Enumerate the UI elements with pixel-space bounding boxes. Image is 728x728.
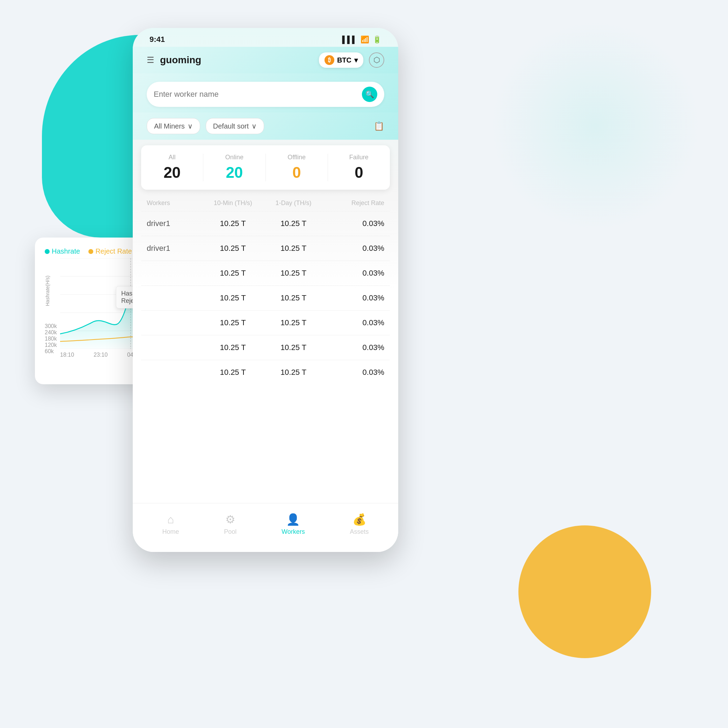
col-header-reject: Reject Rate [324, 199, 384, 207]
workers-table: Workers 10-Min (TH/s) 1-Day (TH/s) Rejec… [133, 195, 398, 385]
status-bar: 9:41 ▌▌▌ 📶 🔋 [133, 28, 398, 47]
table-row[interactable]: 10.25 T 10.25 T 0.03% [141, 335, 390, 360]
miners-filter-arrow: ∨ [188, 122, 193, 130]
stat-all-value: 20 [141, 164, 203, 181]
reject-label: Reject Rate [95, 247, 132, 255]
header-left: ☰ guoming [147, 55, 201, 66]
val-1day: 10.25 T [263, 368, 323, 377]
col-header-1day: 1-Day (TH/s) [263, 199, 323, 207]
worker-name: driver1 [147, 244, 203, 253]
stat-online-value: 20 [203, 164, 265, 181]
miners-filter[interactable]: All Miners ∨ [147, 118, 200, 134]
val-reject: 0.03% [324, 318, 384, 327]
val-10min: 10.25 T [203, 368, 263, 377]
yellow-bg-shape [518, 525, 651, 658]
app-header: ☰ guoming ₿ BTC ▾ ⬡ [133, 47, 398, 73]
home-label: Home [162, 528, 179, 535]
nav-workers[interactable]: 👤 Workers [281, 513, 305, 535]
sort-filter-label: Default sort [213, 122, 249, 130]
header-right: ₿ BTC ▾ ⬡ [319, 52, 384, 68]
val-1day: 10.25 T [263, 269, 323, 278]
blur-bg [491, 21, 700, 231]
assets-icon: 💰 [352, 513, 366, 526]
username-label: guoming [160, 55, 201, 66]
hashrate-dot [45, 249, 50, 254]
home-icon: ⌂ [167, 513, 174, 526]
stat-failure-label: Failure [328, 154, 390, 161]
nav-home[interactable]: ⌂ Home [162, 513, 179, 535]
main-phone: 9:41 ▌▌▌ 📶 🔋 ☰ guoming ₿ BTC ▾ ⬡ [133, 28, 398, 552]
worker-name: driver1 [147, 219, 203, 228]
btc-icon: ₿ [324, 55, 334, 65]
btc-label: BTC [337, 56, 352, 64]
y-axis-left: Hashrate(H/s) 300k 240k 180k 120k 60k [45, 258, 60, 363]
stat-offline: Offline 0 [266, 154, 328, 181]
table-header-row: Workers 10-Min (TH/s) 1-Day (TH/s) Rejec… [141, 195, 390, 211]
val-1day: 10.25 T [263, 294, 323, 303]
val-reject: 0.03% [324, 219, 384, 228]
val-reject: 0.03% [324, 244, 384, 253]
table-row[interactable]: 10.25 T 10.25 T 0.03% [141, 285, 390, 310]
val-1day: 10.25 T [263, 244, 323, 253]
scene: Hashrate Reject Rate Hashrate(H/s) 300k … [0, 0, 728, 728]
table-row[interactable]: driver1 10.25 T 10.25 T 0.03% [141, 211, 390, 236]
val-reject: 0.03% [324, 343, 384, 352]
stat-failure-value: 0 [328, 164, 390, 181]
table-row[interactable]: 10.25 T 10.25 T 0.03% [141, 261, 390, 285]
col-header-10min: 10-Min (TH/s) [203, 199, 263, 207]
stats-row: All 20 Online 20 Offline 0 Failure 0 [141, 145, 390, 190]
reject-dot [89, 249, 93, 254]
status-icons: ▌▌▌ 📶 🔋 [342, 35, 381, 44]
legend-hashrate: Hashrate [45, 247, 80, 255]
stat-offline-label: Offline [266, 154, 328, 161]
nav-pool[interactable]: ⚙ Pool [224, 513, 237, 535]
val-10min: 10.25 T [203, 244, 263, 253]
time-display: 9:41 [150, 35, 165, 44]
signal-icon: ▌▌▌ [342, 36, 357, 44]
search-button[interactable]: 🔍 [362, 87, 377, 102]
val-10min: 10.25 T [203, 294, 263, 303]
search-bar: 🔍 [147, 82, 384, 107]
stat-all: All 20 [141, 154, 203, 181]
table-row[interactable]: driver1 10.25 T 10.25 T 0.03% [141, 236, 390, 261]
val-reject: 0.03% [324, 368, 384, 377]
val-1day: 10.25 T [263, 343, 323, 352]
btc-selector[interactable]: ₿ BTC ▾ [319, 52, 363, 68]
val-reject: 0.03% [324, 269, 384, 278]
val-1day: 10.25 T [263, 318, 323, 327]
assets-label: Assets [350, 528, 369, 535]
table-row[interactable]: 10.25 T 10.25 T 0.03% [141, 360, 390, 385]
stat-online-label: Online [203, 154, 265, 161]
edit-filter-icon[interactable]: 📋 [374, 121, 384, 131]
legend-reject: Reject Rate [89, 247, 132, 255]
workers-icon: 👤 [286, 513, 300, 526]
miners-filter-label: All Miners [154, 122, 185, 130]
y-left-title: Hashrate(H/s) [45, 258, 60, 323]
filter-section: All Miners ∨ Default sort ∨ 📋 [133, 113, 398, 140]
workers-label: Workers [281, 528, 305, 535]
btc-arrow: ▾ [354, 56, 358, 64]
hashrate-label: Hashrate [52, 247, 80, 255]
nav-assets[interactable]: 💰 Assets [350, 513, 369, 535]
search-input[interactable] [154, 90, 358, 99]
val-10min: 10.25 T [203, 318, 263, 327]
settings-symbol: ⬡ [373, 55, 380, 65]
search-section: 🔍 [133, 73, 398, 113]
bottom-nav: ⌂ Home ⚙ Pool 👤 Workers 💰 Assets [133, 503, 398, 552]
val-10min: 10.25 T [203, 269, 263, 278]
stat-offline-value: 0 [266, 164, 328, 181]
pool-label: Pool [224, 528, 237, 535]
sort-filter[interactable]: Default sort ∨ [206, 118, 264, 134]
menu-icon[interactable]: ☰ [147, 55, 154, 65]
settings-icon[interactable]: ⬡ [369, 52, 384, 68]
col-header-workers: Workers [147, 199, 203, 207]
sort-filter-arrow: ∨ [251, 122, 257, 130]
table-row[interactable]: 10.25 T 10.25 T 0.03% [141, 310, 390, 335]
pool-icon: ⚙ [225, 513, 236, 526]
stat-failure: Failure 0 [328, 154, 390, 181]
val-1day: 10.25 T [263, 219, 323, 228]
val-10min: 10.25 T [203, 343, 263, 352]
battery-icon: 🔋 [373, 35, 381, 44]
val-10min: 10.25 T [203, 219, 263, 228]
wifi-icon: 📶 [361, 35, 369, 44]
